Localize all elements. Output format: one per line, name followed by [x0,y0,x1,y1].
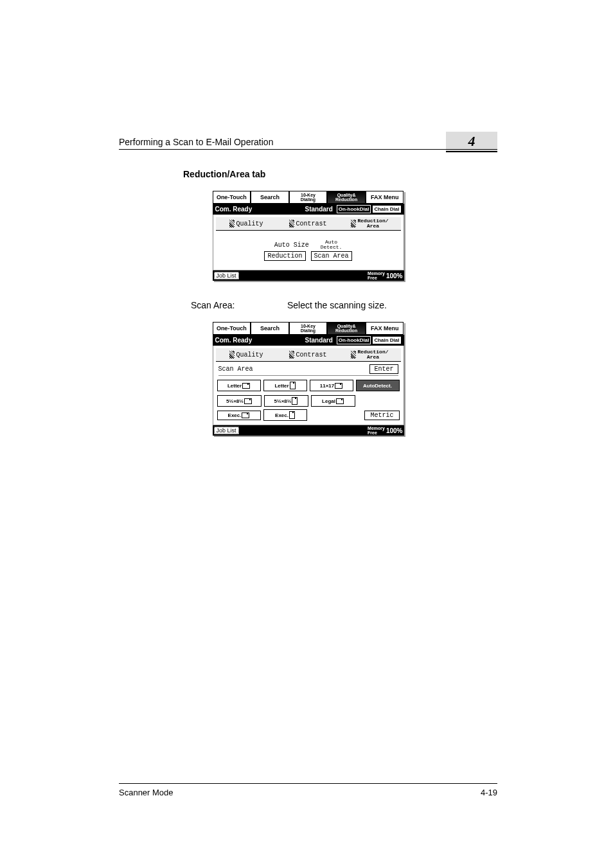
on-hook-dial-button[interactable]: On-hookDial [337,336,371,344]
reduction-button[interactable]: Reduction [264,251,305,261]
size-legal[interactable]: Legal [311,395,355,407]
footer-left: Scanner Mode [119,788,173,797]
inner-tab-quality[interactable]: Quality [216,348,278,362]
tab-quality-line1: Quality& [335,324,357,328]
enter-button[interactable]: Enter [369,364,398,374]
inner-tab-contrast-label: Contrast [296,220,326,227]
scan-area-desc-label: Scan Area: [191,300,287,310]
size-letter-p-label: Letter [274,383,289,389]
inner-tab-quality-label: Quality [236,220,263,227]
tab-fax-menu[interactable]: FAX Menu [366,191,404,204]
tab-10key-line2: Dialing [301,328,315,333]
memory-line2: Free [368,276,385,280]
memory-line2: Free [368,430,385,435]
size-exec-portrait[interactable]: Exec. [263,409,307,421]
status-bar-2: Com. Ready Standard On-hookDial Chain Di… [213,335,404,346]
scan-area-desc-text: Select the scanning size. [287,300,387,310]
hash-icon [289,351,294,359]
size-11x17[interactable]: 11×17 [310,380,353,391]
lcd-footer-2: Job List Memory Free 100% [213,425,404,436]
inner-tab-quality[interactable]: Quality [216,217,278,231]
inner-tab-reduction-area[interactable]: Reduction/ Area [339,217,401,231]
size-row-2: 5½×8½ 5½×8½ Legal [217,395,400,407]
size-11x17-label: 11×17 [320,383,334,389]
hash-icon [289,220,294,227]
metric-button[interactable]: Metric [364,411,399,420]
tab-quality-reduction[interactable]: Quality& Reduction [327,322,366,335]
size-letter-landscape[interactable]: Letter [217,380,261,391]
hash-icon [229,351,235,359]
size-letter-l-label: Letter [227,383,242,389]
tab-quality-line1: Quality& [335,193,357,197]
inner-tab-contrast[interactable]: Contrast [278,348,339,362]
orientation-landscape-icon [335,383,342,389]
memory-line1: Memory [368,426,385,430]
tab-search[interactable]: Search [251,322,289,335]
inner-tab-reduction-line2: Area [357,355,388,360]
top-tab-row: One-Touch Search 10-Key Dialing Quality&… [213,191,404,204]
lcd-body-1: Quality Contrast Reduction/ Area Auto Si… [213,215,404,270]
tab-quality-line2: Reduction [335,328,357,333]
tab-search[interactable]: Search [251,191,289,204]
tab-quality-line2: Reduction [335,197,357,202]
tab-10key-dialing[interactable]: 10-Key Dialing [289,322,328,335]
chain-dial-button[interactable]: Chain Dial [372,336,401,344]
tab-one-touch[interactable]: One-Touch [213,191,251,204]
status-bar: Com. Ready Standard On-hookDial Chain Di… [213,204,404,215]
orientation-landscape-icon [242,412,249,418]
inner-tab-contrast[interactable]: Contrast [278,217,339,231]
orientation-landscape-icon [242,383,250,389]
tab-10key-line1: 10-Key [301,193,315,197]
size-exec-p-label: Exec. [275,412,289,418]
header-rule [119,149,497,150]
orientation-portrait-icon [292,397,298,405]
size-exec-l-label: Exec. [228,412,242,418]
memory-percent: 100% [386,272,403,279]
size-5half-landscape[interactable]: 5½×8½ [217,395,262,407]
lcd-footer-1: Job List Memory Free 100% [213,270,404,281]
scan-area-heading: Scan Area [218,366,253,373]
status-standard: Standard [305,206,332,213]
page: Performing a Scan to E-Mail Operation 4 … [0,0,613,868]
page-footer: Scanner Mode 4-19 [119,783,497,797]
size-5half-l-label: 5½×8½ [226,398,244,404]
size-exec-landscape[interactable]: Exec. [217,411,261,420]
section-title: Reduction/Area tab [183,169,497,179]
lcd-screenshot-scan-area: One-Touch Search 10-Key Dialing Quality&… [213,322,404,436]
tab-10key-line2: Dialing [301,197,315,202]
size-row-3: Exec. Exec. Metric [217,409,400,421]
inner-tab-row: Quality Contrast Reduction/ Area [216,217,401,231]
hash-icon [351,351,356,359]
tab-quality-reduction[interactable]: Quality& Reduction [327,191,366,204]
size-5half-portrait[interactable]: 5½×8½ [264,395,308,407]
tab-one-touch[interactable]: One-Touch [213,322,251,335]
size-5half-p-label: 5½×8½ [274,398,292,404]
status-com-ready: Com. Ready [215,337,305,344]
scan-area-title-row: Scan Area Enter [218,364,398,376]
footer-page-number: 4-19 [481,788,497,797]
memory-percent: 100% [386,427,403,434]
orientation-landscape-icon [244,398,252,404]
scan-area-button[interactable]: Scan Area [311,251,352,261]
memory-indicator: Memory Free 100% [368,426,402,435]
tab-fax-menu[interactable]: FAX Menu [366,322,404,335]
orientation-landscape-icon [336,398,344,404]
tab-10key-dialing[interactable]: 10-Key Dialing [289,191,328,204]
size-legal-label: Legal [322,398,335,404]
chain-dial-button[interactable]: Chain Dial [372,205,401,213]
job-list-button[interactable]: Job List [214,427,239,434]
inner-tab-quality-label: Quality [236,351,263,359]
status-standard: Standard [305,337,332,344]
inner-tab-contrast-label: Contrast [296,351,326,359]
size-letter-portrait[interactable]: Letter [263,380,307,391]
inner-tab-reduction-line2: Area [357,224,388,229]
inner-tab-row-2: Quality Contrast Reduction/ Area [216,348,401,362]
size-auto-detect[interactable]: AutoDetect. [356,380,400,391]
job-list-button[interactable]: Job List [214,272,239,279]
inner-tab-reduction-area[interactable]: Reduction/ Area [339,348,401,362]
running-header: Performing a Scan to E-Mail Operation [119,137,273,147]
auto-size-label: Auto Size [274,242,309,249]
on-hook-dial-button[interactable]: On-hookDial [337,205,371,213]
hash-icon [351,220,356,227]
lcd-screenshot-reduction-area: One-Touch Search 10-Key Dialing Quality&… [213,191,404,281]
